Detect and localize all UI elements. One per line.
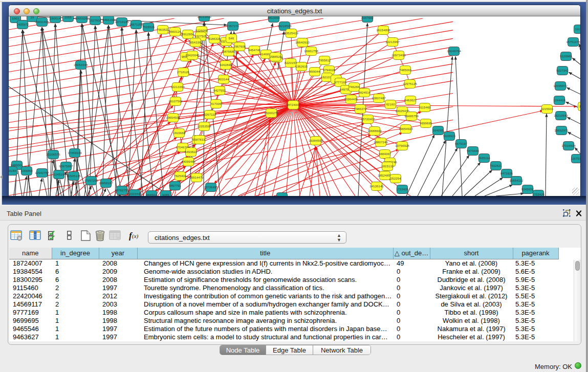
svg-text:3824514: 3824514: [358, 91, 371, 94]
svg-text:93975867: 93975867: [59, 164, 73, 168]
svg-text:16033809: 16033809: [197, 16, 211, 18]
svg-text:17957255: 17957255: [84, 179, 98, 182]
svg-text:8186328: 8186328: [208, 37, 221, 40]
svg-text:11172: 11172: [575, 27, 580, 31]
svg-text:190514: 190514: [50, 16, 61, 20]
svg-text:9327505: 9327505: [194, 34, 207, 38]
svg-text:17016504: 17016504: [561, 144, 576, 147]
svg-text:2718126: 2718126: [177, 70, 190, 74]
svg-text:9684067: 9684067: [379, 152, 391, 156]
svg-text:10807487: 10807487: [372, 96, 386, 100]
svg-text:7986372: 7986372: [354, 107, 367, 111]
svg-text:19958187: 19958187: [99, 181, 113, 185]
svg-text:5938923: 5938923: [443, 134, 456, 138]
svg-text:18724007: 18724007: [286, 103, 300, 106]
svg-text:1244419: 1244419: [553, 98, 566, 102]
svg-text:8454749: 8454749: [248, 48, 261, 52]
svg-text:8471626: 8471626: [500, 171, 513, 175]
svg-text:10973493: 10973493: [391, 53, 406, 57]
svg-text:12975125: 12975125: [403, 82, 417, 85]
svg-text:15736485: 15736485: [204, 185, 218, 189]
svg-text:8813054: 8813054: [268, 16, 280, 19]
svg-text:10688609: 10688609: [367, 129, 382, 133]
svg-text:17359934: 17359934: [68, 151, 82, 155]
svg-text:899044: 899044: [310, 70, 320, 73]
svg-text:3267110: 3267110: [204, 113, 216, 116]
svg-text:2967608: 2967608: [233, 45, 246, 48]
svg-text:9129966: 9129966: [560, 54, 573, 58]
svg-text:12942757: 12942757: [35, 171, 49, 174]
svg-text:12095872: 12095872: [553, 84, 568, 87]
svg-text:16107563: 16107563: [168, 99, 183, 103]
svg-text:803144: 803144: [219, 77, 229, 81]
svg-text:1663: 1663: [12, 16, 19, 20]
svg-text:746266: 746266: [349, 85, 360, 89]
svg-text:8466160: 8466160: [102, 18, 115, 21]
svg-text:62160: 62160: [386, 102, 395, 106]
svg-text:12213967: 12213967: [385, 40, 400, 43]
svg-text:546: 546: [229, 36, 234, 40]
svg-text:19654933: 19654933: [166, 116, 180, 119]
svg-text:587833: 587833: [194, 138, 205, 141]
svg-text:1916682: 1916682: [173, 131, 186, 135]
svg-text:1733426: 1733426: [532, 192, 545, 196]
svg-text:15958: 15958: [579, 104, 580, 108]
svg-text:1588520: 1588520: [269, 55, 282, 58]
svg-text:252254: 252254: [390, 177, 401, 180]
svg-text:9794028: 9794028: [323, 68, 336, 72]
svg-text:9427552: 9427552: [213, 89, 226, 92]
svg-text:(x): (x): [132, 233, 139, 239]
svg-text:1405572: 1405572: [16, 23, 29, 26]
svg-text:39155: 39155: [9, 169, 16, 172]
svg-text:9857791: 9857791: [169, 184, 182, 187]
svg-text:9777169: 9777169: [334, 80, 347, 84]
svg-text:10756928: 10756928: [395, 144, 409, 147]
svg-text:16961758: 16961758: [304, 49, 318, 53]
svg-text:7515526: 7515526: [142, 25, 155, 29]
svg-text:10719185: 10719185: [115, 20, 129, 24]
svg-text:2935114: 2935114: [478, 156, 490, 160]
svg-text:20364436: 20364436: [344, 97, 358, 101]
svg-text:12323446: 12323446: [127, 192, 142, 195]
svg-text:7625402: 7625402: [174, 174, 187, 178]
svg-text:16648764: 16648764: [447, 49, 461, 53]
svg-text:12505135: 12505135: [67, 174, 81, 178]
svg-text:7955812: 7955812: [318, 58, 331, 62]
svg-text:18807249: 18807249: [374, 140, 388, 144]
svg-text:16671355: 16671355: [129, 23, 143, 26]
svg-text:2055: 2055: [64, 16, 72, 19]
svg-text:19218506: 19218506: [277, 24, 292, 28]
svg-text:9242848: 9242848: [220, 63, 232, 67]
svg-text:12213363: 12213363: [170, 85, 185, 89]
svg-text:19654923: 19654923: [399, 127, 413, 130]
svg-text:417006: 417006: [211, 102, 222, 105]
svg-text:5493822: 5493822: [185, 150, 198, 154]
svg-text:16154808: 16154808: [376, 28, 390, 32]
svg-text:164095: 164095: [433, 128, 444, 132]
svg-text:1527602: 1527602: [89, 18, 102, 22]
svg-text:23420046: 23420046: [185, 53, 200, 57]
svg-text:14099483: 14099483: [181, 160, 195, 163]
svg-text:9245652: 9245652: [521, 187, 534, 191]
svg-text:1167533: 1167533: [571, 157, 580, 160]
svg-text:16640910: 16640910: [295, 40, 310, 44]
svg-text:16914479: 16914479: [189, 176, 204, 179]
svg-text:10654112: 10654112: [509, 179, 524, 182]
svg-text:20206576: 20206576: [46, 152, 60, 156]
svg-text:7632621: 7632621: [490, 164, 503, 167]
svg-text:16495759: 16495759: [404, 114, 419, 118]
svg-text:7357274: 7357274: [227, 24, 239, 28]
svg-text:19: 19: [31, 16, 34, 19]
svg-text:9227342: 9227342: [556, 69, 569, 72]
svg-text:14136141: 14136141: [369, 184, 384, 188]
svg-text:3875685: 3875685: [223, 50, 235, 53]
svg-text:15720407: 15720407: [361, 117, 375, 121]
svg-text:10653267: 10653267: [75, 16, 89, 20]
svg-text:3215933: 3215933: [541, 107, 554, 111]
svg-text:15751074: 15751074: [566, 40, 580, 43]
svg-text:1156869: 1156869: [20, 169, 33, 172]
svg-text:1733426: 1733426: [396, 187, 409, 191]
svg-text:114519: 114519: [54, 172, 64, 176]
svg-text:19384554: 19384554: [309, 139, 323, 142]
svg-text:7485063: 7485063: [399, 68, 412, 72]
